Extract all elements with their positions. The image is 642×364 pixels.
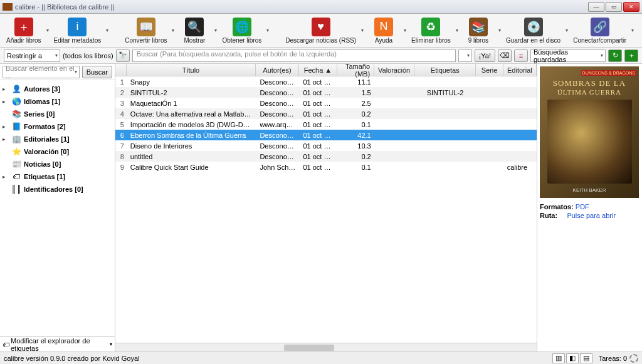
column-header[interactable]: Fecha ▲ xyxy=(299,64,337,76)
toolbar-icon: ♻ xyxy=(421,18,440,36)
toolbar-dropdown[interactable]: ▾ xyxy=(497,28,502,33)
layout-button-1[interactable]: ▥ xyxy=(552,353,565,363)
table-row[interactable]: 8untitledDesconocido01 oct 20120.2 xyxy=(115,151,537,162)
table-row[interactable]: 7Diseno de InterioresDesconocido01 oct 2… xyxy=(115,140,537,151)
toolbar-dropdown[interactable]: ▾ xyxy=(265,28,270,33)
saved-searches-combo[interactable]: Búsquedas guardadas xyxy=(530,49,606,62)
maximize-button[interactable]: ▭ xyxy=(606,2,622,12)
layout-button-2[interactable]: ◧ xyxy=(566,353,579,363)
sidebar-footer-label[interactable]: Modificar el explorador de etiquetas xyxy=(11,337,108,352)
save-search-icon[interactable]: ↻ xyxy=(608,49,622,62)
sidebar-item[interactable]: ▸📘Formatos [2] xyxy=(1,120,113,133)
category-icon: 📚 xyxy=(11,109,21,119)
toolbar-dropdown[interactable]: ▾ xyxy=(45,28,50,33)
toolbar-dropdown[interactable]: ▾ xyxy=(213,28,218,33)
column-header[interactable]: Editorial xyxy=(503,64,537,76)
category-icon: 📘 xyxy=(11,122,21,132)
sidebar-item-label: Noticias [0] xyxy=(24,160,61,168)
status-bar: calibre versión 0.9.0 creado por Kovid G… xyxy=(0,351,642,364)
sidebar-item[interactable]: ▸👤Autores [3] xyxy=(1,83,113,95)
toolbar-dropdown[interactable]: ▾ xyxy=(455,28,460,33)
toolbar-icon: 🔍 xyxy=(185,18,204,36)
chevron-down-icon[interactable]: ▾ xyxy=(110,341,112,347)
sidebar-search-button[interactable]: Buscar xyxy=(82,66,112,78)
sidebar-item[interactable]: ▸🏷Etiquetas [1] xyxy=(1,170,113,183)
toolbar-dropdown[interactable]: ▾ xyxy=(564,28,569,33)
column-header[interactable]: Autor(es) xyxy=(256,64,299,76)
horizontal-scrollbar[interactable] xyxy=(115,343,537,351)
book-cover[interactable]: DUNGEONS & DRAGONS SOMBRAS DE LA ÚLTIMA … xyxy=(540,66,639,198)
toolbar-icon: ＋ xyxy=(14,18,33,36)
table-row[interactable]: 2SINTITUL-2Desconocido01 oct 20121.5SINT… xyxy=(115,87,537,98)
toolbar-obtener-libros[interactable]: 🌐Obtener libros xyxy=(219,17,264,44)
tasks-label[interactable]: Tareas: 0 xyxy=(599,355,627,362)
formats-link[interactable]: PDF xyxy=(576,203,589,211)
layout-button-3[interactable]: ▤ xyxy=(580,353,592,363)
highlight-icon[interactable]: ≡ xyxy=(514,49,528,62)
table-row[interactable]: 1SnapyDesconocido01 oct 201211.1 xyxy=(115,76,537,87)
clear-search-icon[interactable]: ⌫ xyxy=(498,49,512,62)
sidebar-item[interactable]: 📰Noticias [0] xyxy=(1,158,113,170)
toolbar-mostrar[interactable]: 🔍Mostrar xyxy=(177,17,212,44)
path-label: Ruta: xyxy=(540,212,557,219)
column-header[interactable]: Serie xyxy=(476,64,503,76)
toolbar-eliminar-libros[interactable]: ♻Eliminar libros xyxy=(409,17,453,44)
column-header[interactable]: Título xyxy=(127,64,256,76)
main-toolbar: ＋Añadir libros▾iEditar metadatos▾📖Conver… xyxy=(0,14,642,48)
toolbar-editar-metadatos[interactable]: iEditar metadatos xyxy=(51,17,104,44)
binoculars-icon[interactable]: 🔭 xyxy=(116,49,130,62)
sidebar-item[interactable]: ⭐Valoración [0] xyxy=(1,145,113,158)
expand-icon[interactable]: ▸ xyxy=(3,123,9,130)
toolbar-ayuda[interactable]: NAyuda xyxy=(366,17,401,44)
sidebar-item[interactable]: ▸🏢Editoriales [1] xyxy=(1,133,113,145)
sidebar-item-label: Editoriales [1] xyxy=(24,135,70,143)
toolbar-9-libros[interactable]: 📚9 libros xyxy=(461,17,496,44)
table-row[interactable]: 6Eberron Sombras de la Última GuerraDesc… xyxy=(115,130,537,140)
column-header[interactable]: Tamaño (MB) xyxy=(337,64,374,76)
table-row[interactable]: 3MaquetaciÓn 1Desconocido01 oct 20122.5 xyxy=(115,98,537,108)
toolbar-a-adir-libros[interactable]: ＋Añadir libros xyxy=(4,17,44,44)
toolbar-dropdown[interactable]: ▾ xyxy=(403,28,408,33)
expand-icon[interactable]: ▸ xyxy=(3,86,9,92)
all-books-label: (todos los libros) xyxy=(63,52,113,60)
search-row: Restringir a (todos los libros) 🔭 Buscar… xyxy=(0,48,642,64)
expand-icon[interactable]: ▸ xyxy=(3,98,9,105)
sidebar-item[interactable]: ▸🌎Idiomas [1] xyxy=(1,95,113,108)
toolbar-dropdown[interactable]: ▾ xyxy=(630,28,635,33)
path-link[interactable]: Pulse para abrir xyxy=(567,212,616,219)
go-button[interactable]: ¡Ya! xyxy=(475,49,495,62)
expand-icon[interactable]: ▸ xyxy=(3,136,9,142)
column-header[interactable]: Valoración xyxy=(374,64,414,76)
spinner-icon xyxy=(629,354,638,363)
toolbar-dropdown[interactable]: ▾ xyxy=(171,28,176,33)
search-input[interactable]: Buscar (Para búsqueda avanzada, pulse el… xyxy=(132,49,456,62)
toolbar-dropdown[interactable]: ▾ xyxy=(360,28,365,33)
minimize-button[interactable]: — xyxy=(588,2,604,12)
sidebar-search-input[interactable]: Buscar elemento en el ... xyxy=(3,66,80,78)
table-row[interactable]: 4Octave: Una alternativa real a Matlab a… xyxy=(115,108,537,119)
toolbar-icon: 🔗 xyxy=(591,18,609,36)
search-history-combo[interactable] xyxy=(458,49,472,62)
sidebar-item-label: Valoración [0] xyxy=(24,148,69,155)
sidebar-item[interactable]: ║║Identificadores [0] xyxy=(1,183,113,195)
column-header[interactable] xyxy=(115,64,127,76)
toolbar-dropdown[interactable]: ▾ xyxy=(105,28,110,33)
expand-icon[interactable]: ▸ xyxy=(3,174,9,180)
table-row[interactable]: 5Importación de modelos 3D (DWG-DXF) - C… xyxy=(115,119,537,130)
toolbar-guardar-en-el-disco[interactable]: 💿Guardar en el disco xyxy=(503,17,563,44)
app-icon xyxy=(3,3,13,11)
toolbar-descargar-noticias-rss-[interactable]: ♥Descargar noticias (RSS) xyxy=(283,17,359,44)
cover-art xyxy=(547,100,632,184)
table-row[interactable]: 9Calibre Quick Start GuideJohn Schember0… xyxy=(115,162,537,172)
sidebar-item[interactable]: 📚Series [0] xyxy=(1,108,113,120)
sidebar-item-label: Series [0] xyxy=(24,110,55,118)
close-button[interactable]: ✕ xyxy=(623,2,639,12)
add-search-icon[interactable]: ＋ xyxy=(624,49,638,62)
category-icon: 🏷 xyxy=(11,172,21,182)
formats-label: Formatos: xyxy=(540,203,574,211)
column-header[interactable]: Etiquetas xyxy=(414,64,476,76)
toolbar-icon: ♥ xyxy=(312,18,330,36)
toolbar-conectar-compartir[interactable]: 🔗Conectar/compartir xyxy=(571,17,629,44)
toolbar-convertir-libros[interactable]: 📖Convertir libros xyxy=(122,17,169,44)
restrict-combo[interactable]: Restringir a xyxy=(4,49,60,62)
